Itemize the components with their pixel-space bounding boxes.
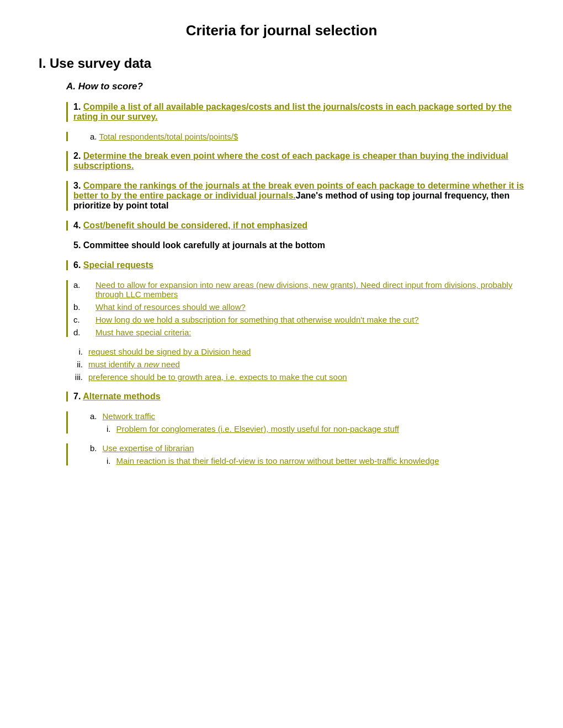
item-7b-i-label: i. [107,456,111,465]
list-item: a. Need to allow for expansion into new … [73,280,530,299]
item-6: 6. Special requests [73,260,530,270]
item-6-sublist: a. Need to allow for expansion into new … [73,280,530,337]
item-4-link[interactable]: Cost/benefit should be considered, if no… [83,221,307,230]
item-6a-label: a. [73,280,90,299]
item-7a-i-text[interactable]: Problem for conglomerates (i.e. Elsevier… [116,424,399,433]
roman-i-text[interactable]: request should be signed by a Division h… [88,347,251,356]
item-5-text: Committee should look carefully at journ… [83,240,325,250]
item-7-wrapper: 7. Alternate methods a. Network traffic … [33,392,530,465]
item-6-number: 6. [73,260,81,270]
list-item: b. What kind of resources should we allo… [73,302,530,312]
item-1a-label: a. [90,132,97,141]
item-1-block: 1. Compile a list of all available packa… [66,102,530,122]
item-7a-i-label: i. [107,424,111,433]
item-4: 4. Cost/benefit should be considered, if… [73,221,530,231]
roman-iii-text[interactable]: preference should be to growth area, i.e… [88,372,347,382]
item-2-number: 2. [73,151,81,160]
item-3-block: 3. Compare the rankings of the journals … [66,181,530,211]
item-7a-i-row: i. Problem for conglomerates (i.e. Elsev… [107,424,530,433]
item-7-link[interactable]: Alternate methods [83,392,160,401]
item-1a: a. Total respondents/total points/points… [90,132,530,141]
section-i-label: I. Use survey data [39,56,530,71]
roman-i-label: i. [66,347,83,356]
item-6c-label: c. [73,315,90,324]
item-3-number: 3. [73,181,81,190]
item-5: 5. Committee should look carefully at jo… [73,240,530,250]
section-i-heading: I. Use survey data [33,56,530,71]
page-title: Criteria for journal selection [33,22,530,39]
item-7a-row: a. Network traffic [90,411,530,421]
roman-ii-pre: must identify a [88,360,144,369]
item-6c-text[interactable]: How long do we hold a subscription for s… [95,315,530,324]
item-1: 1. Compile a list of all available packa… [73,102,530,122]
roman-ii-text[interactable]: must identify a new need [88,360,180,369]
item-6b-label: b. [73,302,90,312]
item-6-link[interactable]: Special requests [83,260,153,270]
sub-heading-a: A. How to score? [66,81,530,92]
item-5-block: 5. Committee should look carefully at jo… [66,240,530,250]
item-1a-block: a. Total respondents/total points/points… [66,132,530,141]
list-item: c. How long do we hold a subscription fo… [73,315,530,324]
roman-iii-label: iii. [66,372,83,382]
item-7b-i-row: i. Main reaction is that their field-of-… [107,456,530,465]
item-6-roman-list: i. request should be signed by a Divisio… [33,347,530,382]
item-7-block: 7. Alternate methods [66,392,530,402]
item-2-link[interactable]: Determine the break even point where the… [73,151,508,170]
item-7b-block: b. Use expertise of librarian i. Main re… [66,443,530,465]
item-7b-label: b. [90,443,97,453]
item-6d-text[interactable]: Must have special criteria: [95,328,530,337]
roman-ii-post: need [159,360,180,369]
item-1-number: 1. [73,102,81,111]
item-7a-block: a. Network traffic i. Problem for conglo… [66,411,530,433]
item-4-block: 4. Cost/benefit should be considered, if… [66,221,530,231]
roman-ii-italic: new [144,360,160,369]
item-7b-row: b. Use expertise of librarian [90,443,530,453]
item-6b-text[interactable]: What kind of resources should we allow? [95,302,530,312]
list-item: ii. must identify a new need [66,360,530,369]
item-6-subs: a. Need to allow for expansion into new … [66,280,530,337]
item-7-number: 7. [73,392,81,401]
item-7: 7. Alternate methods [73,392,530,402]
item-7a-label: a. [90,411,97,421]
item-7a-text[interactable]: Network traffic [103,411,156,421]
item-6d-label: d. [73,328,90,337]
item-6a-text[interactable]: Need to allow for expansion into new are… [95,280,530,299]
list-item: iii. preference should be to growth area… [66,372,530,382]
item-3: 3. Compare the rankings of the journals … [73,181,530,211]
item-2: 2. Determine the break even point where … [73,151,530,171]
list-item: i. request should be signed by a Divisio… [66,347,530,356]
item-7b-i-text[interactable]: Main reaction is that their field-of-vie… [116,456,439,465]
item-5-number: 5. [73,240,81,250]
item-1-link[interactable]: Compile a list of all available packages… [73,102,512,121]
item-2-block: 2. Determine the break even point where … [66,151,530,171]
roman-ii-label: ii. [66,360,83,369]
item-4-number: 4. [73,221,81,230]
item-7b-text[interactable]: Use expertise of librarian [103,443,194,453]
item-6-block: 6. Special requests [66,260,530,270]
item-1a-link[interactable]: Total respondents/total points/points/$ [99,132,238,141]
list-item: d. Must have special criteria: [73,328,530,337]
